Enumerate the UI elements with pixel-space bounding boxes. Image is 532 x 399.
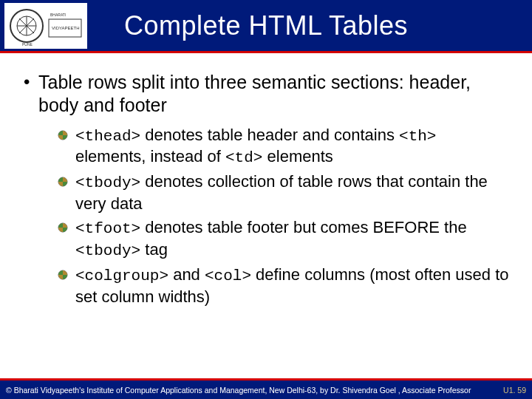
text-fragment: elements, instead of	[75, 147, 225, 166]
quadrant-bullet-icon	[58, 270, 68, 280]
quadrant-bullet-icon	[58, 130, 68, 140]
title-band: BHARATI VIDYAPEETH PUNE Complete HTML Ta…	[0, 0, 532, 53]
slide: BHARATI VIDYAPEETH PUNE Complete HTML Ta…	[0, 0, 532, 399]
code-tag: <tbody>	[75, 174, 140, 191]
sub-bullet: <tfoot> denotes table footer but comes B…	[62, 217, 510, 262]
code-tag: <thead>	[75, 128, 140, 145]
quadrant-bullet-icon	[58, 222, 68, 233]
footer-page-ref: U1. 59	[497, 386, 526, 395]
sub-bullet: <colgroup> and <col> define columns (mos…	[62, 265, 510, 307]
code-tag: <tfoot>	[75, 220, 140, 237]
slide-content: Table rows split into three semantic sec…	[0, 53, 532, 307]
footer-band: © Bharati Vidyapeeth's Institute of Comp…	[0, 378, 532, 399]
bullet-level1: Table rows split into three semantic sec…	[22, 71, 510, 117]
text-fragment: denotes table header and contains	[140, 126, 399, 144]
code-tag: <col>	[205, 267, 251, 284]
code-tag: <colgroup>	[75, 267, 168, 284]
text-fragment: tag	[140, 240, 168, 259]
sub-bullet-list: <thead> denotes table header and contain…	[22, 125, 510, 308]
code-tag: <td>	[225, 149, 262, 166]
footer-copyright: © Bharati Vidyapeeth's Institute of Comp…	[6, 386, 497, 395]
sub-bullet: <thead> denotes table header and contain…	[62, 125, 510, 169]
text-fragment: denotes table footer but comes BEFORE th…	[140, 218, 466, 236]
text-fragment: and	[168, 265, 205, 284]
slide-title: Complete HTML Tables	[0, 10, 532, 41]
code-tag: <th>	[399, 128, 436, 145]
svg-text:PUNE: PUNE	[22, 42, 33, 47]
text-fragment: elements	[262, 147, 332, 166]
code-tag: <tbody>	[75, 242, 140, 259]
quadrant-bullet-icon	[58, 177, 68, 187]
sub-bullet: <tbody> denotes collection of table rows…	[62, 171, 510, 214]
